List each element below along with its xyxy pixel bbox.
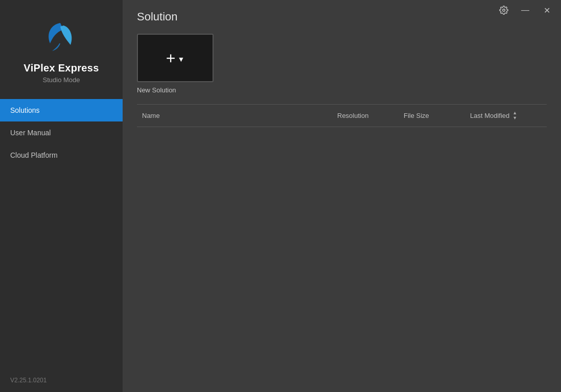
sidebar-item-solutions-label: Solutions [10,106,40,114]
logo-area: ViPlex Express Studio Mode [0,0,123,94]
sidebar: ViPlex Express Studio Mode Solutions Use… [0,0,123,392]
app-logo [41,15,82,56]
new-solution-button[interactable]: + ▼ [137,34,214,82]
main-content: Solution + ▼ New Solution Name Resolutio… [123,0,561,392]
plus-icon: + [166,50,176,66]
svg-point-0 [503,9,505,12]
table-header: Name Resolution File Size Last Modified … [137,105,547,127]
version-label: V2.25.1.0201 [0,369,123,392]
settings-button[interactable] [494,2,514,18]
new-solution-label: New Solution [137,86,176,94]
sort-up-icon: ▲ [512,111,517,115]
sidebar-item-user-manual-label: User Manual [10,129,51,137]
sidebar-nav: Solutions User Manual Cloud Platform [0,99,123,369]
minimize-button[interactable]: — [515,2,535,18]
table-body [137,127,547,280]
app-name: ViPlex Express [24,62,99,74]
sort-icon: ▲ ▼ [512,111,517,120]
sidebar-item-cloud-platform-label: Cloud Platform [10,151,58,159]
new-solution-inner: + ▼ [166,50,185,66]
minimize-icon: — [521,6,529,15]
sidebar-item-cloud-platform[interactable]: Cloud Platform [0,144,123,166]
dropdown-arrow-icon: ▼ [177,55,184,63]
close-icon: ✕ [544,6,550,15]
page-title: Solution [137,10,547,23]
app-mode: Studio Mode [43,76,80,84]
solutions-table: Name Resolution File Size Last Modified … [137,105,547,280]
close-button[interactable]: ✕ [536,2,557,18]
column-header-lastmod[interactable]: Last Modified ▲ ▼ [465,105,547,127]
column-header-resolution: Resolution [332,105,399,127]
sort-down-icon: ▼ [512,116,517,120]
title-bar: — ✕ [494,0,561,20]
sidebar-item-user-manual[interactable]: User Manual [0,121,123,144]
column-header-filesize: File Size [399,105,465,127]
new-solution-area: + ▼ New Solution [137,34,547,94]
column-header-name: Name [137,105,332,127]
sidebar-item-solutions[interactable]: Solutions [0,99,123,121]
gear-icon [499,6,508,15]
